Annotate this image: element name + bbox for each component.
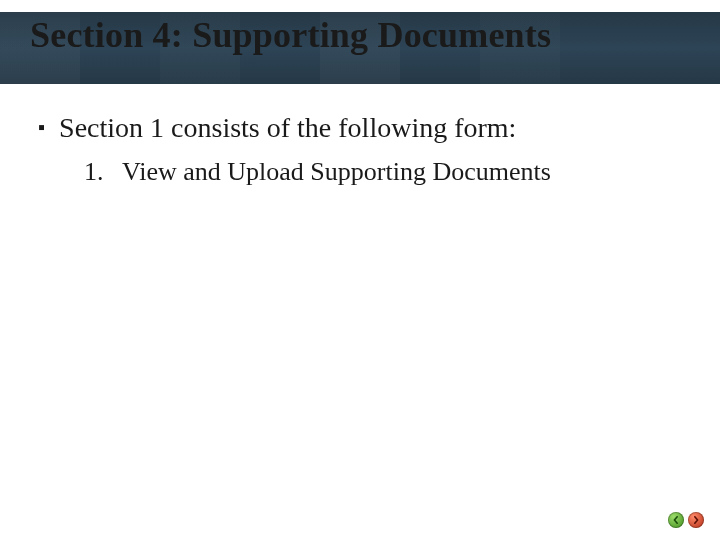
slide: Section 4: Supporting Documents ▪ Sectio… [0,0,720,540]
prev-slide-button[interactable] [668,512,684,528]
square-bullet-icon: ▪ [38,110,45,144]
bullet-text: Section 1 consists of the following form… [59,110,516,145]
chevron-right-icon [692,516,700,524]
chevron-left-icon [672,516,680,524]
slide-body: ▪ Section 1 consists of the following fo… [38,110,682,189]
list-item-text: View and Upload Supporting Documents [122,155,551,189]
bullet-item: ▪ Section 1 consists of the following fo… [38,110,682,145]
nav-controls [668,512,704,528]
slide-title: Section 4: Supporting Documents [30,16,690,56]
list-item: 1. View and Upload Supporting Documents [84,155,682,189]
list-item-number: 1. [84,155,106,189]
next-slide-button[interactable] [688,512,704,528]
